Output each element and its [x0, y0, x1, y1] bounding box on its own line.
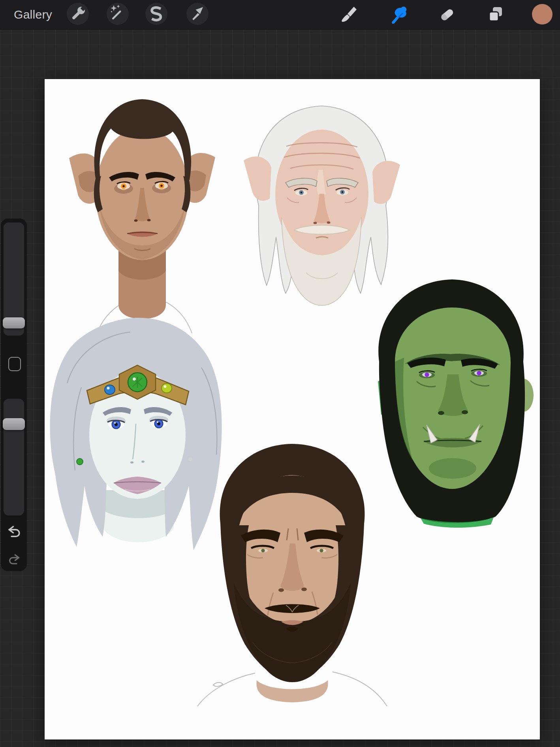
magic-wand-icon [107, 3, 129, 25]
eraser-icon [436, 4, 458, 26]
layers-button[interactable] [485, 4, 507, 26]
selection-button[interactable] [145, 3, 167, 25]
brush-icon [338, 4, 360, 26]
brush-opacity-slider[interactable] [3, 398, 24, 516]
gallery-button[interactable]: Gallery [14, 0, 52, 29]
undo-button[interactable] [7, 525, 22, 541]
smudge-tool-button[interactable] [388, 4, 410, 26]
portrait-male-elf [59, 85, 225, 334]
smudge-finger-icon [388, 4, 410, 26]
color-button[interactable] [531, 3, 553, 25]
layers-icon [485, 4, 507, 26]
brush-opacity-handle[interactable] [3, 418, 25, 430]
undo-arrow-icon [7, 525, 22, 540]
procreate-screen: Gallery [0, 0, 560, 747]
brush-sidebar [1, 219, 27, 571]
actions-button[interactable] [67, 3, 89, 25]
top-toolbar: Gallery [0, 0, 560, 29]
drawing-canvas[interactable] [45, 79, 540, 739]
erase-tool-button[interactable] [436, 4, 458, 26]
transform-button[interactable] [186, 3, 209, 25]
portrait-bearded-man [174, 429, 411, 709]
move-arrow-icon [186, 3, 209, 25]
adjustments-button[interactable] [107, 3, 129, 25]
redo-button[interactable] [8, 554, 21, 568]
brush-size-handle[interactable] [3, 317, 25, 328]
color-swatch-circle [531, 3, 553, 25]
modify-button[interactable] [8, 357, 21, 371]
paint-tool-button[interactable] [338, 4, 360, 26]
redo-arrow-icon [8, 554, 21, 566]
wrench-icon [67, 3, 89, 25]
s-curve-icon [145, 3, 167, 25]
